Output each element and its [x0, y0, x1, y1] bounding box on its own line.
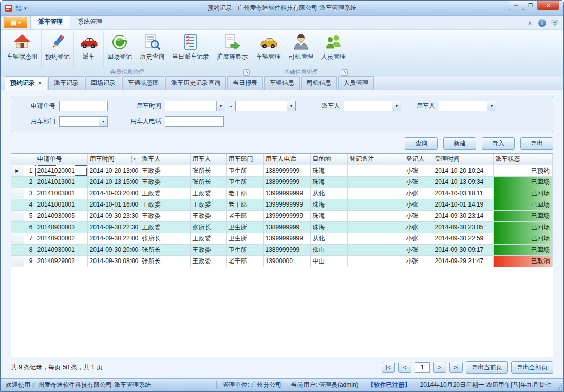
minimize-button[interactable]: ─ — [509, 1, 523, 10]
column-header-use-time[interactable]: 用车时间▼ — [87, 154, 140, 165]
cell-dept[interactable]: 卫生所 — [226, 221, 263, 233]
doc-tab-dispatch-records[interactable]: 派车记录 — [48, 76, 84, 90]
cell-destination[interactable]: 从化 — [310, 233, 347, 244]
cell-registrar[interactable]: 小张 — [404, 244, 433, 255]
chevron-down-icon[interactable]: ▼ — [287, 101, 295, 111]
chevron-down-icon[interactable]: ▼ — [487, 101, 496, 111]
cell-accept-time[interactable]: 2014-10-20 10:24 — [433, 165, 493, 176]
grid-row[interactable]: 8201409300012014-09-30 20:00张所长王政委卫生所138… — [11, 244, 553, 255]
column-header-accept-time[interactable]: 受理时间 — [433, 154, 493, 165]
cell-destination[interactable]: 从化 — [310, 188, 347, 199]
cell-use-time[interactable]: 2014-10-13 15:00 — [87, 176, 140, 188]
grid-row[interactable]: 3201410030012014-10-03 20:00王政委王政委老干部139… — [11, 188, 553, 199]
cell-registrar[interactable]: 小张 — [404, 233, 433, 244]
cell-phone[interactable]: 1389999999 — [263, 165, 310, 176]
cell-note[interactable] — [347, 221, 404, 233]
cell-note[interactable] — [347, 188, 404, 199]
dispatcher-input[interactable] — [344, 101, 392, 111]
cell-accept-time[interactable]: 2014-09-30 22:59 — [433, 233, 493, 244]
prev-page-button[interactable]: < — [398, 362, 411, 373]
cell-accept-time[interactable]: 2014-09-30 23:14 — [433, 210, 493, 221]
dispatcher-combo[interactable]: ▼ — [344, 101, 401, 111]
cell-destination[interactable]: 珠海 — [310, 221, 347, 233]
cell-phone[interactable]: 1389999999 — [263, 176, 310, 188]
cell-user[interactable]: 张所长 — [190, 221, 226, 233]
cell-use-time[interactable]: 2014-10-20 13:00 — [87, 165, 140, 176]
cell-phone[interactable]: 13999999999 — [263, 210, 310, 221]
cell-status[interactable]: 已回场 — [493, 210, 553, 221]
import-button[interactable]: 导入 — [482, 137, 515, 150]
cell-dept[interactable]: 老干部 — [226, 210, 263, 221]
use-time-from-combo[interactable]: ▼ — [165, 101, 225, 111]
maximize-button[interactable]: ❐ — [523, 1, 538, 10]
cell-dispatcher[interactable]: 王政委 — [140, 221, 190, 233]
cell-destination[interactable]: 中山 — [310, 255, 347, 267]
cell-user[interactable]: 王政委 — [190, 210, 226, 221]
first-page-button[interactable]: |< — [382, 362, 395, 373]
column-header-dept[interactable]: 用车部门 — [226, 154, 263, 165]
cell-order-no[interactable]: 20140929002 — [35, 255, 87, 267]
column-header-order-no[interactable]: 申请单号 — [35, 154, 87, 165]
column-header-indicator[interactable] — [11, 154, 24, 165]
column-header-destination[interactable]: 目的地 — [310, 154, 347, 165]
cell-registrar[interactable]: 小张 — [404, 210, 433, 221]
use-time-to-combo[interactable]: ▼ — [235, 101, 296, 111]
cell-note[interactable] — [347, 176, 404, 188]
info-icon[interactable]: i — [538, 19, 546, 27]
phone-input[interactable] — [165, 116, 224, 127]
cell-use-time[interactable]: 2014-10-01 16:00 — [87, 199, 140, 210]
cell-order-no[interactable]: 20141013001 — [35, 176, 87, 188]
display-switch-icon[interactable] — [550, 18, 559, 27]
grid-row[interactable]: 4201410010012014-10-01 16:00王政委王政委老干部139… — [11, 199, 553, 210]
cell-status[interactable]: 已回场 — [493, 176, 553, 188]
cell-status[interactable]: 已回场 — [493, 188, 553, 199]
column-header-dispatcher[interactable]: 派车人 — [140, 154, 190, 165]
doc-tab-vehicle-info[interactable]: 车辆信息 — [264, 76, 300, 90]
cell-user[interactable]: 张所长 — [190, 176, 226, 188]
next-page-button[interactable]: > — [433, 362, 446, 373]
cell-accept-time[interactable]: 2014-09-29 21:47 — [433, 255, 493, 267]
cell-status[interactable]: 已取消 — [493, 255, 553, 267]
ribbon-button-extended-screen[interactable]: 扩展屏显示 — [213, 31, 251, 68]
cell-user[interactable]: 王政委 — [190, 199, 226, 210]
app-menu-button[interactable]: ▾ — [4, 17, 27, 28]
export-current-page-button[interactable]: 导出当前页 — [466, 361, 508, 374]
use-time-from-input[interactable] — [165, 101, 216, 111]
sort-filter-icon[interactable]: ▼ — [131, 156, 138, 162]
cell-use-time[interactable]: 2014-09-30 20:00 — [87, 244, 140, 255]
last-page-button[interactable]: >| — [449, 362, 463, 373]
doc-tab-return-records[interactable]: 回场记录 — [85, 76, 121, 90]
cell-destination[interactable]: 佛山 — [310, 244, 347, 255]
cell-note[interactable] — [347, 210, 404, 221]
ribbon-collapse-icon[interactable]: ∧ — [525, 18, 534, 27]
cell-phone[interactable]: 1389999999 — [263, 221, 310, 233]
cell-registrar[interactable]: 小张 — [404, 199, 433, 210]
dept-input[interactable] — [60, 117, 99, 126]
page-input[interactable] — [415, 362, 430, 373]
column-header-phone[interactable]: 用车人电话 — [263, 154, 310, 165]
grid-row[interactable]: 9201409290022014-09-30 08:00张所长王政委老干部139… — [11, 255, 553, 267]
cell-order-no[interactable]: 20141003001 — [35, 188, 87, 199]
column-header-num[interactable] — [24, 154, 35, 165]
export-button[interactable]: 导出 — [520, 137, 553, 150]
qat-caret-icon[interactable]: ▾ — [24, 6, 27, 11]
cell-destination[interactable]: 珠海 — [310, 199, 347, 210]
cell-order-no[interactable]: 20141020001 — [35, 165, 87, 176]
qat-customize-icon[interactable] — [15, 5, 22, 12]
cell-dispatcher[interactable]: 张所长 — [140, 255, 190, 267]
cell-status[interactable]: 已回场 — [493, 233, 553, 244]
cell-phone[interactable]: 13999999999 — [263, 199, 310, 210]
cell-dispatcher[interactable]: 王政委 — [140, 188, 190, 199]
cell-note[interactable] — [347, 244, 404, 255]
grid-row[interactable]: 6201409300032014-09-30 22:30王政委张所长卫生所138… — [11, 221, 553, 233]
cell-status[interactable]: 已回场 — [493, 199, 553, 210]
cell-use-time[interactable]: 2014-09-30 22:00 — [87, 233, 140, 244]
cell-use-time[interactable]: 2014-09-30 22:30 — [87, 221, 140, 233]
cell-note[interactable] — [347, 233, 404, 244]
cell-order-no[interactable]: 20141001001 — [35, 199, 87, 210]
grid-row[interactable]: 7201409300022014-09-30 22:00张所长王政委卫生所139… — [11, 233, 553, 244]
grid-row[interactable]: 5201409300052014-09-30 23:30王政委王政委老干部139… — [11, 210, 553, 221]
cell-dispatcher[interactable]: 张所长 — [140, 233, 190, 244]
cell-dept[interactable]: 老干部 — [226, 188, 263, 199]
doc-tab-reserve-records[interactable]: 预约记录× — [5, 76, 47, 90]
